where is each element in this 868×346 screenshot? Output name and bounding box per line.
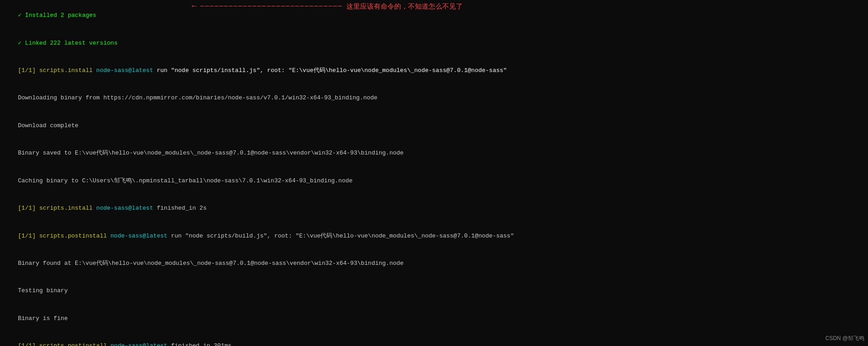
annotation: ← —————————————————————————————— 这里应该有命令… bbox=[192, 0, 463, 13]
terminal-line: Caching binary to C:\Users\邹飞鸣\.npminsta… bbox=[4, 167, 864, 195]
terminal-line: [1/1] scripts.postinstall node-sass@late… bbox=[4, 332, 864, 346]
terminal-line: [1/1] scripts.install node-sass@latest r… bbox=[4, 57, 864, 84]
watermark: CSDN @邹飞鸣 bbox=[825, 335, 864, 342]
terminal-line: Downloading binary from https://cdn.npmm… bbox=[4, 84, 864, 112]
terminal-line: ✓ Linked 222 latest versions bbox=[4, 29, 864, 57]
terminal-line: Binary is fine bbox=[4, 305, 864, 332]
terminal: ← —————————————————————————————— 这里应该有命令… bbox=[0, 0, 868, 346]
terminal-line: Binary saved to E:\vue代码\hello-vue\node_… bbox=[4, 139, 864, 167]
terminal-line: Download complete bbox=[4, 112, 864, 139]
arrow-symbol: ← bbox=[192, 0, 197, 13]
terminal-line: [1/1] scripts.postinstall node-sass@late… bbox=[4, 222, 864, 249]
terminal-line: [1/1] scripts.install node-sass@latest f… bbox=[4, 195, 864, 222]
terminal-line: Testing binary bbox=[4, 277, 864, 305]
annotation-text: 这里应该有命令的，不知道怎么不见了 bbox=[346, 1, 463, 11]
terminal-line: Binary found at E:\vue代码\hello-vue\node_… bbox=[4, 250, 864, 277]
